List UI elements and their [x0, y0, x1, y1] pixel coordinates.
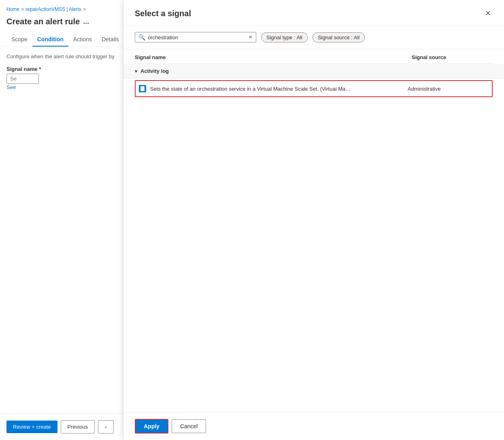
- tab-details[interactable]: Details: [97, 33, 124, 47]
- review-create-button[interactable]: Review + create: [6, 421, 57, 433]
- see-link[interactable]: See: [6, 84, 16, 90]
- signal-name-row: [6, 74, 117, 84]
- group-chevron-icon: ▾: [135, 68, 137, 74]
- left-footer: Review + create Previous ›: [0, 413, 123, 440]
- signal-icon: [139, 85, 146, 92]
- configure-hint: Configure when the alert rule should tri…: [6, 53, 117, 60]
- signal-name-cell: Sets the state of an orchestration servi…: [139, 85, 408, 92]
- dialog-header: Select a signal ✕: [123, 0, 504, 26]
- breadcrumb-home[interactable]: Home: [6, 6, 19, 12]
- signal-row[interactable]: Sets the state of an orchestration servi…: [135, 80, 493, 97]
- col-header-signal-name: Signal name: [135, 54, 412, 60]
- tab-scope[interactable]: Scope: [6, 33, 32, 47]
- page-title-dots-menu[interactable]: ...: [83, 17, 89, 26]
- nav-tabs: Scope Condition Actions Details: [0, 33, 123, 47]
- tab-condition[interactable]: Condition: [32, 33, 68, 47]
- signal-icon-inner: [140, 86, 145, 91]
- signal-name-input[interactable]: [6, 74, 39, 84]
- breadcrumb-sep2: >: [83, 6, 86, 12]
- breadcrumb: Home > repairActionVMSS | Alerts >: [0, 0, 123, 15]
- search-input[interactable]: [148, 34, 246, 40]
- page-title: Create an alert rule ...: [0, 15, 123, 33]
- select-signal-dialog: Select a signal ✕ 🔍 ✕ Signal type : All …: [123, 0, 504, 440]
- dialog-filters: 🔍 ✕ Signal type : All Signal source : Al…: [123, 26, 504, 49]
- tab-actions[interactable]: Actions: [68, 33, 97, 47]
- signal-name-text: Sets the state of an orchestration servi…: [150, 86, 351, 92]
- signal-source-filter[interactable]: Signal source : All: [313, 32, 365, 43]
- group-label: Activity log: [140, 68, 169, 74]
- left-content: Configure when the alert rule should tri…: [0, 47, 123, 413]
- next-button[interactable]: ›: [98, 420, 113, 434]
- dialog-footer: Apply Cancel: [123, 412, 504, 440]
- table-header: Signal name Signal source: [135, 49, 493, 64]
- group-activity-log[interactable]: ▾ Activity log: [123, 64, 504, 79]
- cancel-button[interactable]: Cancel: [172, 419, 206, 433]
- search-clear-icon[interactable]: ✕: [249, 34, 253, 40]
- signal-name-label: Signal name *: [6, 66, 117, 72]
- left-panel: Home > repairActionVMSS | Alerts > Creat…: [0, 0, 123, 440]
- previous-button[interactable]: Previous: [61, 420, 95, 434]
- signal-table: Signal name Signal source ▾ Activity log…: [123, 49, 504, 412]
- breadcrumb-sep1: >: [21, 6, 24, 12]
- close-button[interactable]: ✕: [483, 8, 493, 19]
- search-box: 🔍 ✕: [135, 32, 256, 43]
- signal-type-filter[interactable]: Signal type : All: [261, 32, 308, 43]
- signal-source-cell: Administrative: [408, 86, 489, 92]
- dialog-title: Select a signal: [135, 9, 191, 18]
- search-icon: 🔍: [138, 34, 145, 40]
- breadcrumb-resource[interactable]: repairActionVMSS | Alerts: [26, 6, 81, 12]
- page-title-text: Create an alert rule: [6, 17, 80, 26]
- col-header-signal-source: Signal source: [412, 54, 493, 60]
- apply-button[interactable]: Apply: [135, 419, 168, 434]
